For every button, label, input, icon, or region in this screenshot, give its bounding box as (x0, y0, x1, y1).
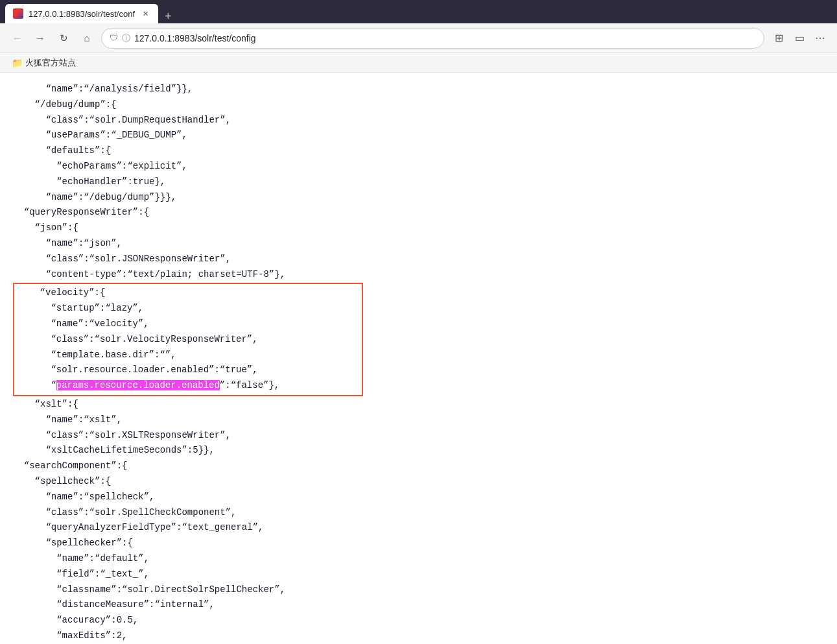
code-line: “xsltCacheLifetimeSeconds”:5}}, (13, 443, 824, 459)
velocity-line-6: “solr.resource.loader.enabled”:“true”, (18, 363, 358, 378)
code-line: “name”:“/analysis/field”}}, (13, 82, 824, 97)
velocity-block: “velocity”:{ “startup”:“lazy”, “name”:“v… (13, 283, 363, 396)
new-tab-button[interactable]: + (161, 10, 176, 23)
home-button[interactable]: ⌂ (78, 29, 96, 47)
code-line: “class”:“solr.JSONResponseWriter”, (13, 252, 824, 267)
code-line: “/debug/dump”:{ (13, 97, 824, 113)
menu-button[interactable]: ⋯ (811, 29, 829, 47)
forward-button[interactable]: → (31, 29, 49, 47)
code-line: “queryAnalyzerFieldType”:“text_general”, (13, 520, 824, 536)
code-line: “content-type”:“text/plain; charset=UTF-… (13, 267, 824, 283)
bookmarks-bar: 📁 火狐官方站点 (0, 53, 837, 73)
code-line: “name”:“default”, (13, 551, 824, 567)
url-text: 127.0.0.1:8983/solr/test/config (134, 33, 256, 43)
code-line: “class”:“solr.DumpRequestHandler”, (13, 113, 824, 128)
velocity-line-5: “template.base.dir”:“”, (18, 348, 358, 363)
extensions-button[interactable]: ⊞ (770, 29, 788, 47)
code-line: “name”:“/debug/dump”}}}, (13, 190, 824, 206)
info-icon: ⓘ (122, 32, 130, 44)
folder-icon: 📁 (12, 58, 23, 68)
sidebar-button[interactable]: ▭ (790, 29, 808, 47)
code-line: “name”:“spellcheck”, (13, 490, 824, 505)
code-line: “name”:“xslt”, (13, 412, 824, 428)
code-line: “name”:“json”, (13, 236, 824, 252)
bookmark-label: 火狐官方站点 (25, 57, 76, 69)
code-line: “echoHandler”:true}, (13, 174, 824, 190)
code-line: “useParams”:“_DEBUG_DUMP”, (13, 128, 824, 143)
code-line: “classname”:“solr.DirectSolrSpellChecker… (13, 582, 824, 598)
browser-titlebar: 127.0.0.1:8983/solr/test/conf ✕ + (0, 0, 837, 23)
velocity-line-2: “startup”:“lazy”, (18, 301, 358, 316)
code-line: “class”:“solr.SpellCheckComponent”, (13, 505, 824, 521)
code-line: “maxEdits”:2, (13, 628, 824, 644)
code-line: “defaults”:{ (13, 143, 824, 159)
code-line: “echoParams”:“explicit”, (13, 159, 824, 174)
code-line: “queryResponseWriter”:{ (13, 205, 824, 221)
reload-button[interactable]: ↻ (54, 29, 73, 47)
velocity-line-4: “class”:“solr.VelocityResponseWriter”, (18, 332, 358, 348)
velocity-line-7: “params.resource.loader.enabled”:“false”… (18, 378, 358, 394)
tab-title: 127.0.0.1:8983/solr/test/conf (29, 9, 135, 19)
code-line: “distanceMeasure”:“internal”, (13, 597, 824, 613)
code-line: “spellchecker”:{ (13, 536, 824, 551)
code-line: “accuracy”:0.5, (13, 613, 824, 628)
back-button[interactable]: ← (8, 29, 26, 47)
bookmark-item-foxofficial[interactable]: 📁 火狐官方站点 (6, 56, 81, 70)
highlight-params-loader: params.resource.loader.enabled (56, 380, 220, 390)
tab-close-button[interactable]: ✕ (140, 8, 150, 19)
browser-toolbar: ← → ↻ ⌂ 🛡 ⓘ 127.0.0.1:8983/solr/test/con… (0, 23, 837, 53)
velocity-line-1: “velocity”:{ (18, 285, 358, 301)
code-line: “spellcheck”:{ (13, 474, 824, 490)
code-line: “searchComponent”:{ (13, 459, 824, 474)
code-line: “field”:“_text_”, (13, 567, 824, 582)
code-line: “json”:{ (13, 221, 824, 236)
velocity-line-3: “name”:“velocity”, (18, 316, 358, 332)
shield-icon: 🛡 (110, 33, 118, 43)
code-line: “xslt”:{ (13, 397, 824, 412)
active-tab[interactable]: 127.0.0.1:8983/solr/test/conf ✕ (5, 4, 158, 23)
content-area: “name”:“/analysis/field”}}, “/debug/dump… (0, 73, 837, 644)
tab-favicon-icon (13, 8, 23, 19)
toolbar-right: ⊞ ▭ ⋯ (770, 29, 829, 47)
address-bar[interactable]: 🛡 ⓘ 127.0.0.1:8983/solr/test/config (101, 28, 764, 49)
code-line: “class”:“solr.XSLTResponseWriter”, (13, 428, 824, 444)
tab-area: 127.0.0.1:8983/solr/test/conf ✕ + (5, 0, 176, 23)
